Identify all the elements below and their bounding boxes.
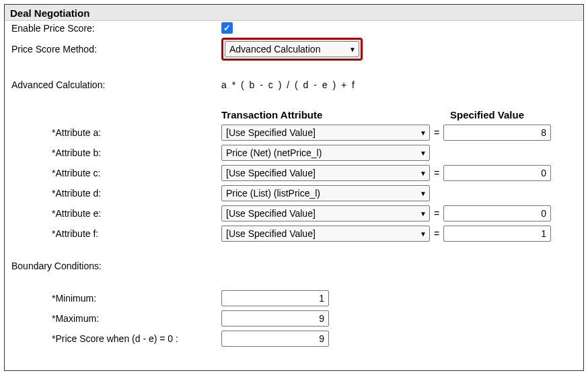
select-value: [Use Specified Value]: [226, 228, 316, 239]
transaction-attribute-select[interactable]: Price (List) (listPrice_l)▼: [221, 185, 430, 201]
attribute-row: *Attribute d:Price (List) (listPrice_l)▼: [10, 185, 578, 201]
label-enable-price-score: Enable Price Score:: [10, 23, 221, 34]
specified-value-input[interactable]: 8: [443, 125, 551, 141]
column-header-specified-value: Specified Value: [450, 109, 524, 121]
attribute-label: *Attribute f:: [10, 228, 221, 239]
select-value: Price (Net) (netPrice_l): [226, 147, 322, 158]
deal-negotiation-panel: Deal Negotiation Enable Price Score: ✓ P…: [4, 4, 584, 371]
attribute-row: *Attribute c:[Use Specified Value]▼=0: [10, 165, 578, 181]
label-price-score-method: Price Score Method:: [10, 44, 221, 55]
label-minimum: *Minimum:: [10, 293, 221, 304]
label-maximum: *Maximum:: [10, 313, 221, 324]
transaction-attribute-select[interactable]: Price (Net) (netPrice_l)▼: [221, 145, 430, 161]
specified-value-input[interactable]: 0: [443, 165, 551, 181]
select-value: [Use Specified Value]: [226, 168, 316, 178]
chevron-down-icon: ▼: [420, 170, 427, 177]
attribute-label: *Attribute d:: [10, 188, 221, 199]
minimum-input[interactable]: 1: [221, 290, 329, 306]
attribute-row: *Attribute f:[Use Specified Value]▼=1: [10, 226, 578, 242]
equals-sign: =: [430, 127, 443, 138]
chevron-down-icon: ▼: [420, 190, 427, 197]
chevron-down-icon: ▼: [420, 149, 427, 157]
check-icon: ✓: [223, 23, 231, 33]
formula-text: a * ( b - c ) / ( d - e ) + f: [221, 79, 356, 90]
transaction-attribute-select[interactable]: [Use Specified Value]▼: [221, 125, 430, 141]
equals-sign: =: [430, 228, 443, 239]
specified-value-input[interactable]: 0: [443, 205, 551, 221]
attribute-row: *Attribute b:Price (Net) (netPrice_l)▼: [10, 145, 578, 161]
attribute-label: *Attribute c:: [10, 168, 221, 178]
equals-sign: =: [430, 168, 443, 178]
chevron-down-icon: ▼: [349, 46, 356, 53]
select-value: [Use Specified Value]: [226, 208, 316, 219]
highlight-box: Advanced Calculation ▼: [221, 38, 363, 61]
attribute-label: *Attribute b:: [10, 147, 221, 158]
attribute-row: *Attribute e:[Use Specified Value]▼=0: [10, 205, 578, 221]
select-value: [Use Specified Value]: [226, 127, 316, 138]
select-value: Price (List) (listPrice_l): [226, 188, 320, 199]
attribute-label: *Attribute a:: [10, 127, 221, 138]
price-score-method-select[interactable]: Advanced Calculation ▼: [225, 41, 359, 57]
transaction-attribute-select[interactable]: [Use Specified Value]▼: [221, 165, 430, 181]
panel-body: Enable Price Score: ✓ Price Score Method…: [5, 21, 583, 356]
label-price-score-zero: *Price Score when (d - e) = 0 :: [10, 333, 221, 344]
equals-sign: =: [430, 208, 443, 219]
attribute-row: *Attribute a:[Use Specified Value]▼=8: [10, 125, 578, 141]
label-boundary-conditions: Boundary Conditions:: [10, 261, 221, 271]
transaction-attribute-select[interactable]: [Use Specified Value]▼: [221, 226, 430, 242]
enable-price-score-checkbox[interactable]: ✓: [221, 22, 233, 34]
panel-title: Deal Negotiation: [5, 5, 583, 21]
attribute-label: *Attribute e:: [10, 208, 221, 219]
price-score-zero-input[interactable]: 9: [221, 331, 329, 347]
chevron-down-icon: ▼: [420, 210, 427, 217]
specified-value-input[interactable]: 1: [443, 226, 551, 242]
chevron-down-icon: ▼: [420, 230, 427, 238]
transaction-attribute-select[interactable]: [Use Specified Value]▼: [221, 205, 430, 221]
label-advanced-calculation: Advanced Calculation:: [10, 79, 221, 90]
chevron-down-icon: ▼: [420, 129, 427, 137]
column-header-transaction-attribute: Transaction Attribute: [221, 109, 450, 121]
maximum-input[interactable]: 9: [221, 310, 329, 327]
select-value: Advanced Calculation: [229, 44, 320, 55]
